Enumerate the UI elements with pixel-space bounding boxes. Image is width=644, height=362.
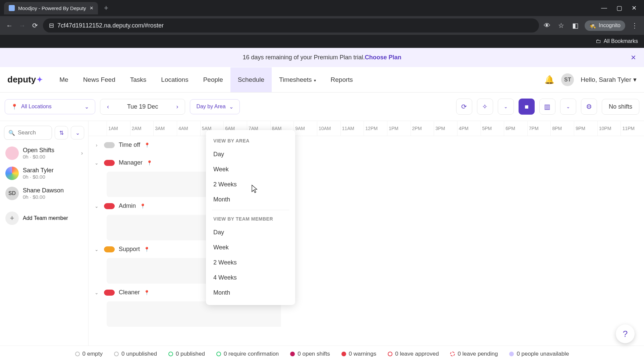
back-icon[interactable]: ← [5,21,14,30]
choose-plan-link[interactable]: Choose Plan [365,54,401,61]
window-controls: — ▢ ✕ [601,4,640,12]
nav-item-locations[interactable]: Locations [154,67,196,92]
search-row: 🔍 ⇅ ⌄ [4,126,84,140]
filter-menu-button[interactable]: ⌄ [71,126,84,139]
stats-button[interactable]: ▥ [539,99,555,115]
time-label: 4PM [457,121,481,136]
area-row[interactable]: ⌄Cleaner📍 [89,284,644,301]
dropdown-item[interactable]: Week [206,240,295,255]
next-day-button[interactable]: › [169,99,185,114]
forward-icon: → [17,21,27,30]
eye-off-icon[interactable]: 👁 [542,21,552,30]
reload-icon[interactable]: ⟳ [30,21,40,30]
help-button[interactable]: ? [616,324,635,343]
kebab-icon[interactable]: ⋮ [630,21,639,30]
dropdown-section-header: VIEW BY TEAM MEMBER [206,213,295,225]
pin-icon: 📍 [11,104,18,110]
avatar [5,167,19,180]
date-label[interactable]: Tue 19 Dec [116,99,169,114]
minimize-icon[interactable]: — [601,4,607,12]
star-icon[interactable]: ☆ [556,21,566,30]
auto-build-menu-button[interactable]: ⌄ [498,99,514,115]
chevron-down-icon: ▾ [314,78,316,83]
search-input[interactable] [18,129,48,136]
nav-item-schedule[interactable]: Schedule [230,67,272,92]
time-label: 10PM [597,121,621,136]
chevron-right-icon[interactable]: › [93,142,100,148]
sidebar-person[interactable]: SDShane Dawson0h · $0.00 [4,183,84,203]
dropdown-item[interactable]: Day [206,147,295,162]
legend-dot-icon [509,352,514,356]
new-tab-button[interactable]: + [101,2,112,14]
legend-label: 0 warnings [349,351,376,357]
time-label: 11PM [621,121,644,136]
nav-item-people[interactable]: People [196,67,230,92]
legend-label: 0 published [176,351,205,357]
dropdown-item[interactable]: 2 Weeks [206,255,295,270]
area-row[interactable]: ⌄Admin📍 [89,197,644,215]
deputy-logo[interactable]: deputy ✦ [7,74,43,85]
refresh-button[interactable]: ⟳ [456,99,472,115]
settings-button[interactable]: ⚙ [581,99,597,115]
nav-item-reports[interactable]: Reports [323,67,361,92]
view-selector[interactable]: Day by Area ⌄ [190,99,239,114]
maximize-icon[interactable]: ▢ [616,4,622,12]
legend-label: 0 people unavailable [517,351,569,357]
dropdown-item[interactable]: Day [206,225,295,240]
prev-day-button[interactable]: ‹ [100,99,116,114]
dropdown-item[interactable]: 2 Weeks [206,177,295,192]
header-right: 🔔 ST Hello, Sarah Tyler ▾ [544,73,637,86]
legend-dot-icon [341,352,346,356]
sidebar-person[interactable]: Sarah Tyler0h · $0.00 [4,163,84,183]
chevron-down-icon[interactable]: ⌄ [93,247,100,252]
auto-build-button[interactable]: ✧ [477,99,493,115]
nav-item-news-feed[interactable]: News Feed [76,67,123,92]
logo-star-icon: ✦ [37,75,43,84]
greeting-dropdown[interactable]: Hello, Sarah Tyler ▾ [581,76,637,83]
time-label: 8PM [550,121,574,136]
nav-item-timesheets[interactable]: Timesheets▾ [272,67,323,92]
shift-slot[interactable] [107,258,639,284]
site-settings-icon[interactable]: ⊟ [49,22,54,29]
time-label: 10AM [317,121,340,136]
dropdown-item[interactable]: Month [206,285,295,300]
dropdown-item[interactable]: 4 Weeks [206,270,295,285]
bell-icon[interactable]: 🔔 [544,75,554,84]
incognito-chip[interactable]: 🕵 Incognito [585,20,625,31]
panel-icon[interactable]: ◧ [571,21,580,30]
location-selector[interactable]: 📍 All Locations ⌄ [5,99,95,114]
search-box[interactable]: 🔍 [4,126,52,140]
area-row[interactable]: ›Time off📍 [89,136,644,154]
sort-button[interactable]: ⇅ [55,126,68,139]
sidebar-person[interactable]: Open Shifts0h · $0.00› [4,143,84,163]
chevron-down-icon[interactable]: ⌄ [93,160,100,166]
area-row[interactable]: ⌄Manager📍 [89,154,644,172]
dropdown-item[interactable]: Week [206,162,295,177]
close-window-icon[interactable]: ✕ [632,4,637,12]
area-name: Manager [119,159,143,166]
area-row[interactable]: ⌄Support📍 [89,240,644,258]
stats-menu-button[interactable]: ⌄ [560,99,576,115]
legend-dot-icon [290,352,295,356]
shift-slot[interactable] [107,172,639,197]
area-name: Cleaner [119,289,140,296]
dropdown-item[interactable]: Month [206,192,295,207]
close-icon[interactable]: × [90,5,93,12]
avatar[interactable]: ST [561,73,574,86]
chevron-down-icon[interactable]: ⌄ [93,203,100,209]
person-sub: 0h · $0.00 [23,154,54,160]
shift-slot[interactable] [107,301,639,327]
trial-text: 16 days remaining of your Premium Plan t… [243,54,365,61]
chevron-down-icon[interactable]: ⌄ [93,290,100,295]
nav-item-me[interactable]: Me [52,67,75,92]
close-banner-icon[interactable]: × [631,52,636,63]
add-team-button[interactable]: + Add Team member [4,207,84,230]
publish-button[interactable]: ■ [519,99,535,115]
browser-tab[interactable]: Moodjoy - Powered By Deputy × [4,2,98,14]
add-team-label: Add Team member [23,215,68,221]
nav-item-tasks[interactable]: Tasks [123,67,154,92]
time-header: 1AM2AM3AM4AM5AM6AM7AM8AM9AM10AM11AM12PM1… [89,121,644,136]
url-box[interactable]: ⊟ 7cf47d19112152.na.deputy.com/#roster [43,18,539,33]
all-bookmarks-link[interactable]: 🗀 All Bookmarks [596,38,638,44]
shift-slot[interactable] [107,215,639,240]
